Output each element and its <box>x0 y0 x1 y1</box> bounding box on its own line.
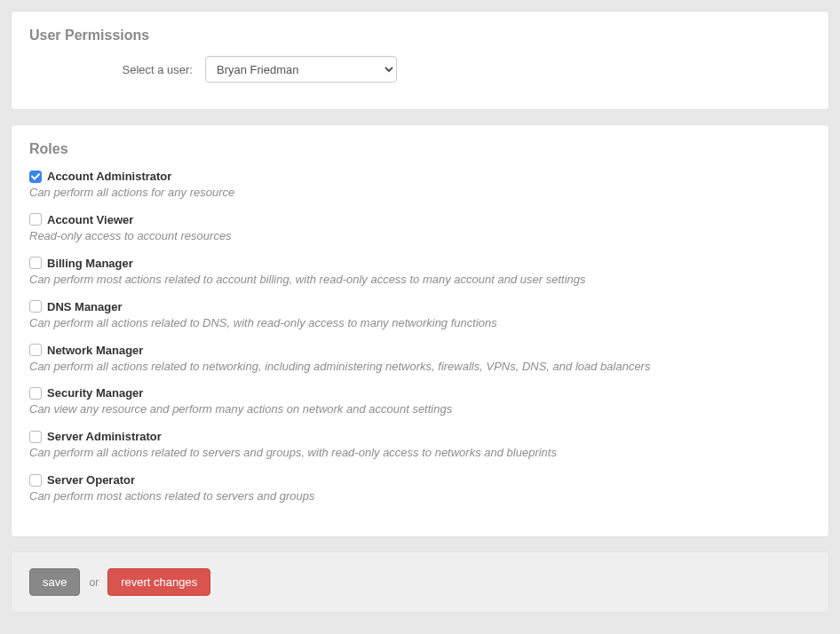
roles-list: Account AdministratorCan perform all act… <box>29 170 811 504</box>
role-head: Account Viewer <box>29 213 811 226</box>
role-checkbox[interactable] <box>29 344 42 356</box>
role-item: Network ManagerCan perform all actions r… <box>29 344 811 375</box>
roles-panel: Roles Account AdministratorCan perform a… <box>11 124 829 537</box>
user-permissions-panel: User Permissions Select a user: Bryan Fr… <box>11 11 829 110</box>
select-user-dropdown[interactable]: Bryan Friedman <box>205 56 397 83</box>
role-name: Account Administrator <box>47 170 171 183</box>
role-name: Server Operator <box>47 473 135 487</box>
role-description: Can perform all actions related to DNS, … <box>29 316 811 331</box>
save-button[interactable]: save <box>29 568 80 596</box>
role-description: Can perform all actions related to serve… <box>29 446 811 461</box>
role-item: Security ManagerCan view any resource an… <box>29 386 811 417</box>
user-permissions-heading: User Permissions <box>29 28 811 44</box>
role-item: Account AdministratorCan perform all act… <box>29 170 811 201</box>
role-head: DNS Manager <box>29 300 811 313</box>
role-checkbox[interactable] <box>29 387 42 400</box>
select-user-label: Select a user: <box>29 63 205 76</box>
role-checkbox[interactable] <box>29 431 42 443</box>
role-checkbox[interactable] <box>29 257 42 269</box>
role-item: DNS ManagerCan perform all actions relat… <box>29 300 811 331</box>
role-description: Read-only access to account resources <box>29 229 811 244</box>
role-item: Server OperatorCan perform most actions … <box>29 473 811 504</box>
or-text: or <box>89 576 99 589</box>
role-checkbox[interactable] <box>29 213 42 226</box>
role-head: Network Manager <box>29 344 811 357</box>
role-head: Security Manager <box>29 386 811 400</box>
role-description: Can perform most actions related to serv… <box>29 489 811 504</box>
role-item: Billing ManagerCan perform most actions … <box>29 257 811 288</box>
role-description: Can perform most actions related to acco… <box>29 273 811 288</box>
role-head: Account Administrator <box>29 170 811 183</box>
actions-bar: save or revert changes <box>11 551 829 613</box>
revert-changes-button[interactable]: revert changes <box>107 568 210 596</box>
select-user-wrap: Bryan Friedman <box>205 56 397 83</box>
role-name: DNS Manager <box>47 300 123 313</box>
role-head: Server Operator <box>29 473 811 487</box>
role-name: Server Administrator <box>47 430 162 443</box>
role-checkbox[interactable] <box>29 170 42 183</box>
role-name: Billing Manager <box>47 257 133 270</box>
roles-heading: Roles <box>29 141 811 157</box>
role-name: Security Manager <box>47 386 143 400</box>
role-name: Account Viewer <box>47 213 133 226</box>
role-description: Can view any resource and perform many a… <box>29 402 811 417</box>
role-item: Server AdministratorCan perform all acti… <box>29 430 811 461</box>
role-description: Can perform all actions for any resource <box>29 186 811 201</box>
select-user-row: Select a user: Bryan Friedman <box>29 56 811 83</box>
role-name: Network Manager <box>47 344 143 357</box>
role-head: Billing Manager <box>29 257 811 270</box>
role-checkbox[interactable] <box>29 300 42 313</box>
role-checkbox[interactable] <box>29 474 42 487</box>
role-item: Account ViewerRead-only access to accoun… <box>29 213 811 244</box>
role-description: Can perform all actions related to netwo… <box>29 360 811 375</box>
role-head: Server Administrator <box>29 430 811 443</box>
